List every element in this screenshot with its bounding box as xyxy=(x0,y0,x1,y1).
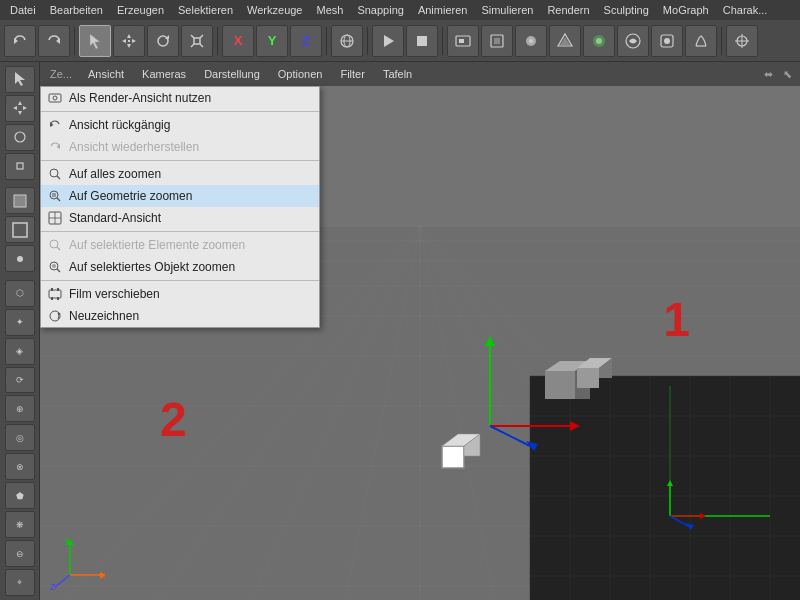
vp-filter[interactable]: Filter xyxy=(332,66,372,82)
dropdown-render-ansicht[interactable]: Als Render-Ansicht nutzen xyxy=(41,87,319,109)
tool-btn-4[interactable] xyxy=(583,25,615,57)
vp-optionen[interactable]: Optionen xyxy=(270,66,331,82)
stop-button[interactable] xyxy=(406,25,438,57)
svg-marker-108 xyxy=(485,336,495,346)
zoom-obj-icon xyxy=(47,259,63,275)
coord-axes-display: Y X Z xyxy=(50,535,105,590)
vp-darstellung[interactable]: Darstellung xyxy=(196,66,268,82)
sidebar-tool4[interactable]: ⟳ xyxy=(5,367,35,394)
dropdown-undo-ansicht[interactable]: Ansicht rückgängig xyxy=(41,114,319,136)
menu-mograph[interactable]: MoGraph xyxy=(657,3,715,17)
sidebar-tool1[interactable]: ⬡ xyxy=(5,280,35,307)
menu-erzeugen[interactable]: Erzeugen xyxy=(111,3,170,17)
sidebar-tool3[interactable]: ◈ xyxy=(5,338,35,365)
world-toggle[interactable] xyxy=(331,25,363,57)
play-button[interactable] xyxy=(372,25,404,57)
menu-bar: Datei Bearbeiten Erzeugen Selektieren We… xyxy=(0,0,800,20)
menu-mesh[interactable]: Mesh xyxy=(310,3,349,17)
sidebar-tool11[interactable]: ⌖ xyxy=(5,569,35,596)
menu-animieren[interactable]: Animieren xyxy=(412,3,474,17)
sidebar-tool8[interactable]: ⬟ xyxy=(5,482,35,509)
dropdown-standard-ansicht[interactable]: Standard-Ansicht xyxy=(41,207,319,229)
sep-3 xyxy=(41,231,319,232)
svg-point-60 xyxy=(52,264,56,268)
tool-btn-8[interactable] xyxy=(726,25,758,57)
menu-snapping[interactable]: Snapping xyxy=(351,3,410,17)
svg-point-45 xyxy=(53,96,57,100)
svg-marker-6 xyxy=(132,39,136,43)
menu-werkzeuge[interactable]: Werkzeuge xyxy=(241,3,308,17)
menu-simulieren[interactable]: Simulieren xyxy=(475,3,539,17)
svg-point-43 xyxy=(17,256,23,262)
svg-line-131 xyxy=(55,575,70,587)
sidebar-tool6[interactable]: ◎ xyxy=(5,424,35,451)
sidebar-rotate[interactable] xyxy=(5,124,35,151)
vp-tafeln[interactable]: Tafeln xyxy=(375,66,420,82)
sidebar-scale[interactable] xyxy=(5,153,35,180)
ansicht-dropdown: Als Render-Ansicht nutzen Ansicht rückgä… xyxy=(40,86,320,328)
dropdown-zoom-sel: Auf selektierte Elemente zoomen xyxy=(41,234,319,256)
sidebar-select[interactable] xyxy=(5,66,35,93)
dropdown-film[interactable]: Film verschieben xyxy=(41,283,319,305)
svg-rect-122 xyxy=(577,368,599,388)
svg-rect-9 xyxy=(194,38,200,44)
sidebar-point[interactable] xyxy=(5,245,35,272)
menu-charakter[interactable]: Charak... xyxy=(717,3,774,17)
select-tool[interactable] xyxy=(79,25,111,57)
dropdown-zoom-all[interactable]: Auf alles zoomen xyxy=(41,163,319,185)
viewport-arrows2[interactable]: ⬉ xyxy=(779,68,796,81)
standard-icon xyxy=(47,210,63,226)
zoom-sel-icon xyxy=(47,237,63,253)
tool-btn-2[interactable] xyxy=(515,25,547,57)
menu-sculpting[interactable]: Sculpting xyxy=(598,3,655,17)
x-axis-button[interactable]: X xyxy=(222,25,254,57)
sep-1 xyxy=(41,111,319,112)
sidebar-move[interactable] xyxy=(5,95,35,122)
sidebar-tool9[interactable]: ❋ xyxy=(5,511,35,538)
film-icon xyxy=(47,286,63,302)
menu-bearbeiten[interactable]: Bearbeiten xyxy=(44,3,109,17)
svg-rect-44 xyxy=(49,94,61,102)
sidebar-tool5[interactable]: ⊕ xyxy=(5,395,35,422)
svg-point-56 xyxy=(50,240,58,248)
y-axis-button[interactable]: Y xyxy=(256,25,288,57)
sidebar-poly[interactable] xyxy=(5,187,35,214)
svg-point-48 xyxy=(50,169,58,177)
undo-button[interactable] xyxy=(4,25,36,57)
viewport-resize-arrows[interactable]: ⬌ xyxy=(760,68,777,81)
sidebar-tool7[interactable]: ⊗ xyxy=(5,453,35,480)
camera-icon xyxy=(47,90,63,106)
menu-selektieren[interactable]: Selektieren xyxy=(172,3,239,17)
svg-marker-38 xyxy=(23,106,27,110)
render-button[interactable] xyxy=(447,25,479,57)
svg-line-59 xyxy=(57,269,60,272)
tool-btn-1[interactable] xyxy=(481,25,513,57)
rotate-tool[interactable] xyxy=(147,25,179,57)
z-axis-button[interactable]: Z xyxy=(290,25,322,57)
sidebar-edge[interactable] xyxy=(5,216,35,243)
menu-rendern[interactable]: Rendern xyxy=(541,3,595,17)
svg-line-11 xyxy=(200,35,203,38)
sidebar-tool10[interactable]: ⊖ xyxy=(5,540,35,567)
svg-line-51 xyxy=(57,198,60,201)
tool-btn-6[interactable] xyxy=(651,25,683,57)
tool-btn-3[interactable] xyxy=(549,25,581,57)
tool-btn-5[interactable] xyxy=(617,25,649,57)
tool-btn-7[interactable] xyxy=(685,25,717,57)
redo-button[interactable] xyxy=(38,25,70,57)
svg-marker-4 xyxy=(127,44,131,48)
dropdown-redraw[interactable]: Neuzeichnen xyxy=(41,305,319,327)
dropdown-zoom-obj[interactable]: Auf selektiertes Objekt zoomen xyxy=(41,256,319,278)
vp-kameras[interactable]: Kameras xyxy=(134,66,194,82)
dropdown-zoom-geo[interactable]: Auf Geometrie zoomen xyxy=(41,185,319,207)
svg-marker-52 xyxy=(52,193,56,197)
sep-2 xyxy=(41,160,319,161)
scale-tool[interactable] xyxy=(181,25,213,57)
menu-datei[interactable]: Datei xyxy=(4,3,42,17)
sidebar-tool2[interactable]: ✦ xyxy=(5,309,35,336)
vp-ansicht[interactable]: Ansicht xyxy=(80,66,132,82)
move-tool[interactable] xyxy=(113,25,145,57)
sep5 xyxy=(442,27,443,55)
svg-line-83 xyxy=(420,226,500,600)
3d-viewport[interactable]: Ze... Ansicht Kameras Darstellung Option… xyxy=(40,62,800,600)
